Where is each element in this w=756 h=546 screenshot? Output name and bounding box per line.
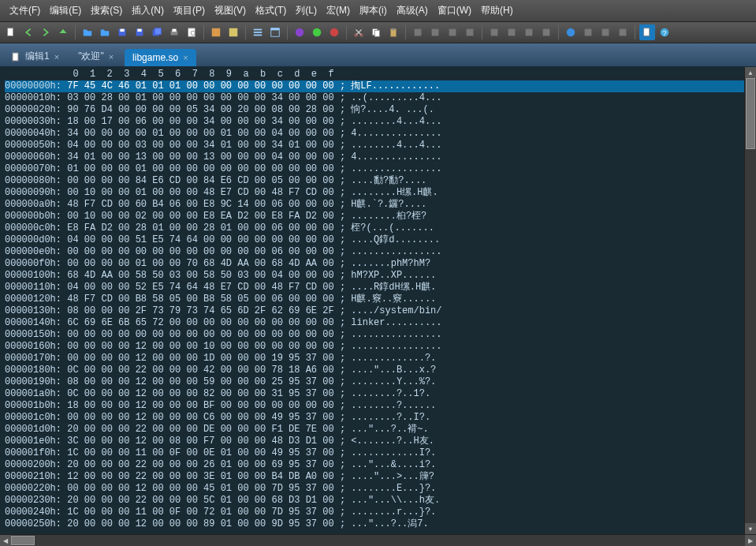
- hex-row[interactable]: 000000f0h: 00 00 00 00 01 00 00 70 68 4D…: [5, 258, 744, 270]
- tool-4-button[interactable]: [462, 24, 478, 40]
- help-button[interactable]: ?: [657, 24, 672, 40]
- hex-row[interactable]: 000001a0h: 0C 00 00 00 12 00 00 00 82 00…: [5, 388, 744, 400]
- hex-row[interactable]: 00000170h: 00 00 00 00 12 00 00 00 1D 00…: [5, 353, 744, 365]
- menu-item-11[interactable]: 窗口(W): [433, 2, 476, 19]
- folder-button[interactable]: [97, 24, 113, 40]
- red-dot-button[interactable]: [326, 24, 342, 40]
- view-window-button[interactable]: [267, 24, 283, 40]
- hex-row[interactable]: 00000100h: 68 4D AA 00 58 50 03 00 58 50…: [5, 270, 744, 282]
- hex-row[interactable]: 00000010h: 03 00 28 00 01 00 00 00 00 00…: [5, 92, 744, 104]
- saveall-button[interactable]: [149, 24, 165, 40]
- tool-3-button[interactable]: [445, 24, 460, 40]
- saveas-button[interactable]: [132, 24, 147, 40]
- hex-row[interactable]: 00000230h: 20 00 00 00 22 00 00 00 5C 01…: [5, 495, 744, 507]
- hex-row[interactable]: 000001e0h: 3C 00 00 00 12 00 08 00 F7 00…: [5, 436, 744, 447]
- tool-2-button[interactable]: [427, 24, 443, 40]
- menu-item-12[interactable]: 帮助(H): [476, 2, 518, 19]
- hex-row[interactable]: 00000090h: 00 10 00 00 01 00 00 00 48 E7…: [5, 187, 744, 199]
- close-icon[interactable]: ×: [183, 53, 188, 62]
- green-dot-button[interactable]: [309, 24, 325, 40]
- hex-row[interactable]: 00000110h: 04 00 00 00 52 E5 74 64 48 E7…: [5, 282, 744, 294]
- hscroll-track[interactable]: [11, 535, 745, 546]
- hex-row[interactable]: 00000240h: 1C 00 00 00 11 00 0F 00 72 01…: [5, 507, 744, 518]
- view-list-button[interactable]: [250, 24, 266, 40]
- tool-1-button[interactable]: [410, 24, 426, 40]
- menu-item-0[interactable]: 文件(F): [5, 2, 45, 19]
- menu-item-10[interactable]: 高级(A): [392, 2, 433, 19]
- hex-row[interactable]: 00000040h: 34 00 00 00 00 01 00 00 00 01…: [5, 128, 744, 140]
- horizontal-scrollbar[interactable]: ◀ ▶: [0, 534, 756, 546]
- nav-up-button[interactable]: [55, 24, 71, 40]
- tool-9-button[interactable]: [580, 24, 596, 40]
- menu-item-4[interactable]: 项目(P): [169, 2, 210, 19]
- nav-fwd-button[interactable]: [38, 24, 54, 40]
- hex-row[interactable]: 00000210h: 12 00 00 00 22 00 00 00 3E 01…: [5, 471, 744, 483]
- toggle-a-button[interactable]: [208, 24, 224, 40]
- hex-content[interactable]: 0 1 2 3 4 5 6 7 8 9 a b c d e f00000000h…: [0, 67, 744, 534]
- scroll-down-icon[interactable]: ▼: [745, 523, 756, 534]
- close-icon[interactable]: ×: [54, 52, 59, 62]
- hex-row[interactable]: 000000e0h: 00 00 00 00 00 00 00 00 00 00…: [5, 246, 744, 258]
- globe-button[interactable]: [563, 24, 579, 40]
- menu-item-6[interactable]: 格式(T): [251, 2, 291, 19]
- menu-item-7[interactable]: 列(L): [291, 2, 322, 19]
- highlight-blue-button[interactable]: [639, 24, 655, 40]
- hex-row[interactable]: 00000120h: 48 F7 CD 00 B8 58 05 00 B8 58…: [5, 294, 744, 305]
- menu-item-3[interactable]: 插入(N): [127, 2, 169, 19]
- tool-8-button[interactable]: [538, 24, 554, 40]
- tool-7-button[interactable]: [521, 24, 537, 40]
- hex-row[interactable]: 00000000h: 7F 45 4C 46 01 01 01 00 00 00…: [5, 80, 744, 92]
- hex-row[interactable]: 00000150h: 00 00 00 00 00 00 00 00 00 00…: [5, 329, 744, 341]
- hex-row[interactable]: 00000020h: 90 76 D4 00 00 00 00 05 34 00…: [5, 104, 744, 116]
- menu-item-1[interactable]: 编辑(E): [45, 2, 86, 19]
- tool-10-button[interactable]: [598, 24, 613, 40]
- close-icon[interactable]: ×: [109, 52, 114, 62]
- tool-6-button[interactable]: [504, 24, 520, 40]
- tab-0[interactable]: 编辑1×: [3, 47, 67, 66]
- hex-row[interactable]: 000001c0h: 00 00 00 00 12 00 00 00 C6 00…: [5, 412, 744, 424]
- hex-row[interactable]: 000000b0h: 00 10 00 00 02 00 00 00 E8 EA…: [5, 211, 744, 223]
- hscroll-thumb[interactable]: [11, 536, 35, 545]
- hex-row[interactable]: 000000a0h: 48 F7 CD 00 60 B4 06 00 E8 9C…: [5, 199, 744, 211]
- vertical-scrollbar[interactable]: ▲ ▼: [744, 67, 756, 534]
- tool-5-button[interactable]: [486, 24, 502, 40]
- open-button[interactable]: [80, 24, 95, 40]
- menu-item-8[interactable]: 宏(M): [322, 2, 355, 19]
- tab-2[interactable]: libgame.so×: [125, 49, 196, 66]
- hex-row[interactable]: 000001b0h: 18 00 00 00 12 00 00 00 BF 00…: [5, 400, 744, 412]
- preview-button[interactable]: [184, 24, 199, 40]
- copy-button[interactable]: [368, 24, 384, 40]
- hex-row[interactable]: 00000130h: 08 00 00 00 2F 73 79 73 74 65…: [5, 305, 744, 317]
- menu-item-9[interactable]: 脚本(i): [355, 2, 392, 19]
- hex-row[interactable]: 000000c0h: E8 FA D2 00 28 01 00 00 28 01…: [5, 223, 744, 234]
- save-button[interactable]: [114, 24, 130, 40]
- scroll-left-icon[interactable]: ◀: [0, 535, 11, 546]
- print-button[interactable]: [166, 24, 182, 40]
- nav-back-button[interactable]: [20, 24, 36, 40]
- menu-item-5[interactable]: 视图(V): [210, 2, 251, 19]
- hex-row[interactable]: 00000030h: 18 00 17 00 06 00 00 00 34 00…: [5, 116, 744, 128]
- hex-row[interactable]: 00000180h: 0C 00 00 00 22 00 00 00 42 00…: [5, 365, 744, 376]
- hex-row[interactable]: 00000190h: 08 00 00 00 12 00 00 00 59 00…: [5, 376, 744, 388]
- hex-row[interactable]: 000001f0h: 1C 00 00 00 11 00 0F 00 0E 01…: [5, 447, 744, 459]
- purple-dot-button[interactable]: [292, 24, 307, 40]
- new-file-button[interactable]: [3, 24, 19, 40]
- hex-row[interactable]: 00000050h: 04 00 00 00 03 00 00 00 34 01…: [5, 140, 744, 151]
- menu-item-2[interactable]: 搜索(S): [86, 2, 127, 19]
- hex-row[interactable]: 00000160h: 00 00 00 00 12 00 00 00 10 00…: [5, 341, 744, 353]
- toggle-b-button[interactable]: [225, 24, 241, 40]
- scroll-right-icon[interactable]: ▶: [745, 535, 756, 546]
- hex-row[interactable]: 000000d0h: 04 00 00 00 51 E5 74 64 00 00…: [5, 234, 744, 246]
- hex-row[interactable]: 00000200h: 20 00 00 00 22 00 00 00 26 01…: [5, 459, 744, 471]
- hex-row[interactable]: 00000080h: 00 00 00 00 84 E6 CD 00 84 E6…: [5, 175, 744, 187]
- paste-button[interactable]: [385, 24, 401, 40]
- tab-1[interactable]: "欢迎"×: [70, 47, 121, 66]
- scroll-thumb[interactable]: [746, 78, 755, 149]
- hex-row[interactable]: 000001d0h: 20 00 00 00 22 00 00 00 DE 00…: [5, 424, 744, 436]
- cut-button[interactable]: [351, 24, 367, 40]
- hex-row[interactable]: 00000060h: 34 01 00 00 13 00 00 00 13 00…: [5, 151, 744, 163]
- tool-11-button[interactable]: [615, 24, 631, 40]
- hex-row[interactable]: 00000070h: 01 00 00 00 01 00 00 00 00 00…: [5, 163, 744, 175]
- scroll-up-icon[interactable]: ▲: [745, 67, 756, 78]
- hex-row[interactable]: 00000220h: 00 00 00 00 12 00 00 00 45 01…: [5, 483, 744, 495]
